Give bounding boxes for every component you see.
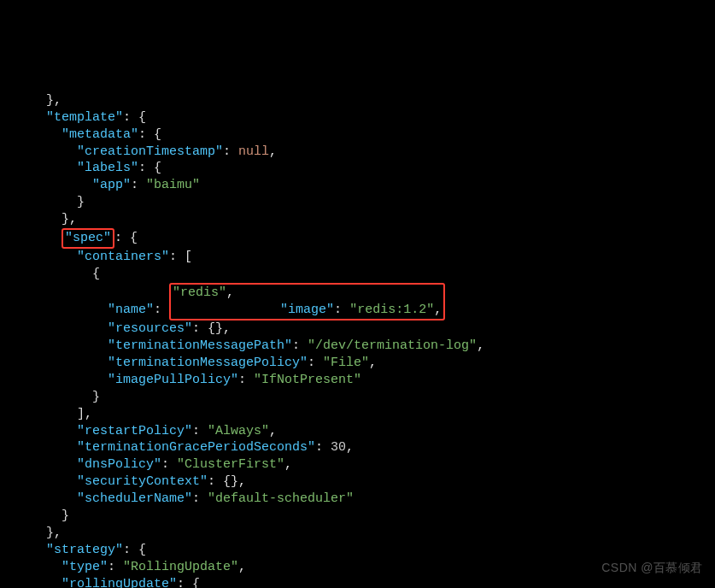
key-terminationMessagePolicy: "terminationMessagePolicy" <box>108 356 308 370</box>
val-redis12: "redis:1.2" <box>349 303 434 317</box>
code-line: }, <box>0 212 77 226</box>
code-line: "resources": {}, <box>0 321 231 336</box>
highlight-box-redis: "redis", "image": "redis:1.2", <box>169 283 445 320</box>
code-line: } <box>0 195 85 209</box>
val-termPath: "/dev/termination-log" <box>308 338 477 353</box>
code-line: "terminationMessagePath": "/dev/terminat… <box>0 338 484 353</box>
code-line: "spec": { <box>0 231 138 245</box>
code-line: } <box>0 509 69 523</box>
code-line: "schedulerName": "default-scheduler" <box>0 491 354 506</box>
key-terminationMessagePath: "terminationMessagePath" <box>108 338 292 353</box>
watermark-text: CSDN @百慕倾君 <box>601 560 703 576</box>
code-line: "creationTimestamp": null, <box>0 144 277 159</box>
key-image: "image" <box>280 303 334 317</box>
key-imagePullPolicy: "imagePullPolicy" <box>108 373 238 387</box>
key-type: "type" <box>62 560 108 574</box>
code-line: "name": "redis", "image": "redis:1.2", <box>0 303 445 317</box>
code-line: "app": "baimu" <box>0 178 200 192</box>
key-terminationGracePeriodSeconds: "terminationGracePeriodSeconds" <box>77 440 315 455</box>
val-defaultScheduler: "default-scheduler" <box>208 491 354 506</box>
val-file: "File" <box>323 356 369 370</box>
val-rollingUpdate: "RollingUpdate" <box>123 560 238 574</box>
key-strategy: "strategy" <box>46 543 123 557</box>
code-line: "dnsPolicy": "ClusterFirst", <box>0 457 292 472</box>
val-ifNot: "IfNotPresent" <box>254 373 361 387</box>
key-dnsPolicy: "dnsPolicy" <box>77 457 161 472</box>
highlight-box-spec: "spec" <box>62 228 114 249</box>
code-line: "containers": [ <box>0 250 192 264</box>
code-line: }, <box>0 526 62 540</box>
val-null: null <box>238 144 269 159</box>
key-name: "name" <box>108 303 154 317</box>
code-line: } <box>0 390 100 404</box>
key-securityContext: "securityContext" <box>77 474 208 489</box>
val-thirty: 30 <box>331 440 346 455</box>
val-baimu: "baimu" <box>146 178 200 192</box>
code-line: "template": { <box>0 110 146 125</box>
key-containers: "containers" <box>77 250 169 264</box>
code-line: "terminationMessagePolicy": "File", <box>0 356 377 370</box>
code-line: "labels": { <box>0 161 161 175</box>
key-creationTimestamp: "creationTimestamp" <box>77 144 223 159</box>
val-redis: "redis" <box>173 285 226 300</box>
code-line: "strategy": { <box>0 543 146 557</box>
code-line: "restartPolicy": "Always", <box>0 424 277 438</box>
key-labels: "labels" <box>77 161 138 175</box>
key-schedulerName: "schedulerName" <box>77 491 192 506</box>
val-clusterFirst: "ClusterFirst" <box>177 457 284 472</box>
key-restartPolicy: "restartPolicy" <box>77 424 192 438</box>
key-rollingUpdate: "rollingUpdate" <box>62 577 177 588</box>
json-code-block: }, "template": { "metadata": { "creation… <box>0 75 715 588</box>
key-app: "app" <box>92 178 131 192</box>
code-line: "rollingUpdate": { <box>0 577 200 588</box>
key-spec: "spec" <box>65 231 111 245</box>
code-line: ], <box>0 407 92 421</box>
code-line: "type": "RollingUpdate", <box>0 560 246 574</box>
key-resources: "resources" <box>108 321 192 336</box>
code-line: }, <box>0 93 62 108</box>
code-line: { <box>0 267 100 281</box>
code-line: "securityContext": {}, <box>0 474 246 489</box>
val-always: "Always" <box>208 424 269 438</box>
key-template: "template" <box>46 110 123 125</box>
code-line: "terminationGracePeriodSeconds": 30, <box>0 440 354 455</box>
key-metadata: "metadata" <box>62 127 138 142</box>
code-line: "imagePullPolicy": "IfNotPresent" <box>0 373 361 387</box>
code-line: "metadata": { <box>0 127 161 142</box>
